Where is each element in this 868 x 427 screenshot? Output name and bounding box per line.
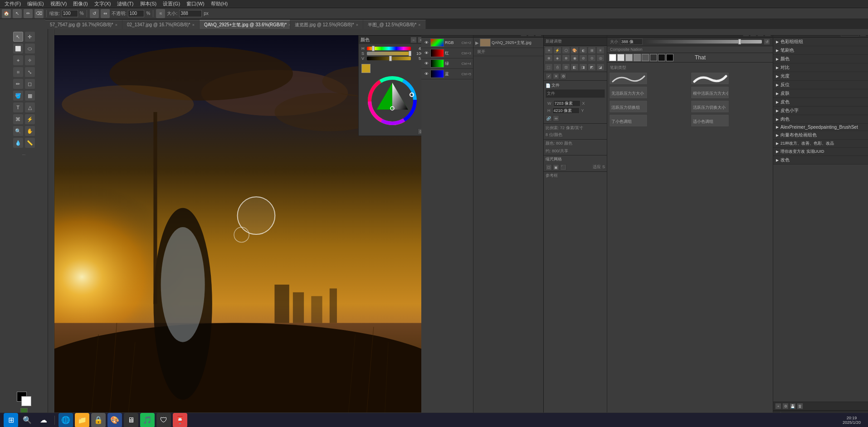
channel-rgb[interactable]: 👁 RGB Ctrl+2: [421, 38, 473, 48]
section-flesh[interactable]: ▶ 肉色: [773, 115, 868, 124]
mirror-icon[interactable]: ⇔: [101, 9, 110, 18]
section-alex[interactable]: ▶ AlexPreimer_Speedpainting_BrushSet: [773, 124, 868, 131]
taskbar-explorer-icon[interactable]: 📁: [75, 413, 89, 427]
taskbar-monitor-icon[interactable]: 🖥: [124, 413, 138, 427]
adj-levels[interactable]: ☀: [545, 47, 553, 54]
ellipse-select-tool[interactable]: ⬭: [25, 44, 35, 53]
swatch-gray[interactable]: [625, 54, 633, 61]
taskbar-search-icon[interactable]: 🔍: [20, 413, 34, 427]
rotate-icon[interactable]: ↺: [90, 9, 99, 18]
tab-1[interactable]: 02_1347.jpg @ 16.7%(RGB/8)* ×: [122, 20, 200, 29]
adj2-2[interactable]: ⎙: [553, 63, 561, 71]
swatch-vblack[interactable]: [666, 54, 673, 61]
section-skin[interactable]: ▶ 皮肤: [773, 89, 868, 98]
color-picker-close[interactable]: ×: [418, 37, 421, 43]
adj-filter3[interactable]: ⊗: [562, 54, 570, 62]
taskbar-music-icon[interactable]: 🎵: [140, 413, 155, 427]
taskbar-krita-icon[interactable]: 🎨: [107, 413, 122, 427]
val-track[interactable]: [367, 57, 411, 60]
hue-track[interactable]: [367, 47, 411, 50]
select-tool[interactable]: ↖: [13, 32, 23, 42]
pen-tool[interactable]: ⌘: [13, 114, 23, 124]
hue-thumb[interactable]: [372, 46, 375, 51]
section-21types[interactable]: ▶ 21种改方、改善、色彩、改品: [773, 140, 868, 148]
magic-wand-tool[interactable]: ✧: [25, 55, 35, 65]
swatch-lgray[interactable]: [617, 54, 624, 61]
adj2-3[interactable]: ⊡: [562, 63, 570, 71]
swatch-white[interactable]: [609, 54, 616, 61]
color-picker-minimize[interactable]: −: [410, 37, 417, 43]
section-vector[interactable]: ▶ 向量布色绘画组色: [773, 131, 868, 140]
swatch-darker[interactable]: [650, 54, 657, 61]
color-reset-button[interactable]: ⊡: [418, 128, 421, 135]
adj-colorize[interactable]: 🎨: [571, 47, 579, 54]
eraser-icon[interactable]: ⌫: [34, 9, 44, 18]
channel-rgb-vis[interactable]: 👁: [423, 39, 429, 46]
section-natural[interactable]: ▶ 理你改变方改 实现UUID: [773, 148, 868, 156]
fill-tool[interactable]: 🪣: [13, 91, 23, 101]
menu-file[interactable]: 文件(F): [2, 0, 24, 8]
sat-track[interactable]: [367, 52, 411, 55]
taskbar-windows-icon[interactable]: ⊞: [4, 413, 18, 427]
section-color[interactable]: ▶ 颜色: [773, 55, 868, 63]
val-thumb[interactable]: [389, 56, 392, 61]
canvas-area[interactable]: 颜色 − × H 41 S 100: [54, 35, 421, 419]
preset-7[interactable]: 了小色调组: [609, 114, 648, 127]
adj2-5[interactable]: ◨: [579, 63, 587, 71]
menu-text[interactable]: 文字(X): [92, 0, 114, 8]
channel-red-vis[interactable]: 👁: [423, 50, 429, 56]
adj-filter4[interactable]: ◉: [571, 54, 579, 62]
adj-threshold[interactable]: ⊞: [588, 47, 596, 54]
preset-8[interactable]: 适小色调组: [691, 114, 729, 127]
home-icon[interactable]: 🏠: [2, 9, 11, 18]
thumb-small-btn[interactable]: □: [546, 164, 552, 170]
preset-3[interactable]: 无活跃压力方大小: [609, 86, 648, 99]
adj-filter6[interactable]: ⊙: [588, 54, 596, 62]
measure-tool[interactable]: 📏: [25, 138, 35, 148]
adj-brightness[interactable]: ◐: [579, 47, 587, 54]
tab-close-3[interactable]: ×: [356, 23, 358, 27]
adj2-4[interactable]: ◧: [571, 63, 579, 71]
adj-curves[interactable]: ⚡: [553, 47, 561, 54]
hand-tool[interactable]: ✋: [25, 126, 35, 136]
section-color-group[interactable]: ▶ 色彩组组组: [773, 38, 868, 46]
tab-close-0[interactable]: ×: [115, 23, 117, 27]
adj-cancel-btn[interactable]: ✕: [553, 73, 559, 79]
eyedropper-tool[interactable]: 💧: [13, 138, 23, 148]
adj-filter7[interactable]: ◎: [596, 54, 605, 62]
taskbar-lock-icon[interactable]: 🔒: [91, 413, 106, 427]
taskbar-mail-icon[interactable]: 📮: [173, 413, 187, 427]
menu-view[interactable]: 视图(V): [48, 0, 70, 8]
menu-edit[interactable]: 编辑(E): [24, 0, 47, 8]
gradient-tool[interactable]: ▦: [25, 91, 35, 101]
section-skincolor[interactable]: ▶ 皮色: [773, 98, 868, 107]
crop-tool[interactable]: ⌗: [13, 67, 23, 77]
zoom-tool[interactable]: 🔍: [13, 126, 23, 136]
eraser-tool[interactable]: ◻: [25, 79, 35, 89]
preset-2[interactable]: [691, 72, 729, 85]
section-modify[interactable]: ▶ 改色: [773, 156, 868, 165]
menu-script[interactable]: 脚本(S): [137, 0, 160, 8]
adj-settings-btn[interactable]: ⚙: [560, 73, 566, 79]
move-tool[interactable]: ✛: [25, 32, 35, 42]
adj2-7[interactable]: ◪: [596, 63, 605, 71]
shape-tool[interactable]: △: [25, 102, 35, 112]
taskbar-shield-icon[interactable]: 🛡: [156, 413, 171, 427]
tab-close-4[interactable]: ×: [418, 23, 420, 27]
section-contrast[interactable]: ▶ 对比: [773, 63, 868, 72]
taskbar-edge-icon[interactable]: 🌐: [59, 413, 73, 427]
channel-green-vis[interactable]: 👁: [423, 60, 429, 67]
dock-settings-btn2[interactable]: ⚙: [782, 403, 789, 409]
channel-blue[interactable]: 👁 蓝 Ctrl+5: [421, 69, 473, 79]
menu-settings[interactable]: 设置(G): [160, 0, 183, 8]
adj-filter2[interactable]: ◈: [553, 54, 561, 62]
flow-icon[interactable]: ≈: [156, 9, 165, 18]
image-file-row[interactable]: ▶ QAhQ_2925+主笔.jpg: [473, 38, 543, 48]
swatch-black[interactable]: [658, 54, 665, 61]
channel-green[interactable]: 👁 绿 Ctrl+4: [421, 58, 473, 69]
thumb-large-btn[interactable]: ⬛: [560, 164, 566, 170]
dock-save-btn[interactable]: 💾: [790, 403, 796, 409]
brush-size-input[interactable]: [620, 39, 643, 45]
tab-0[interactable]: 57_7547.jpg @ 16.7%(RGB/8)* ×: [45, 20, 122, 29]
menu-filter[interactable]: 滤镜(T): [114, 0, 136, 8]
